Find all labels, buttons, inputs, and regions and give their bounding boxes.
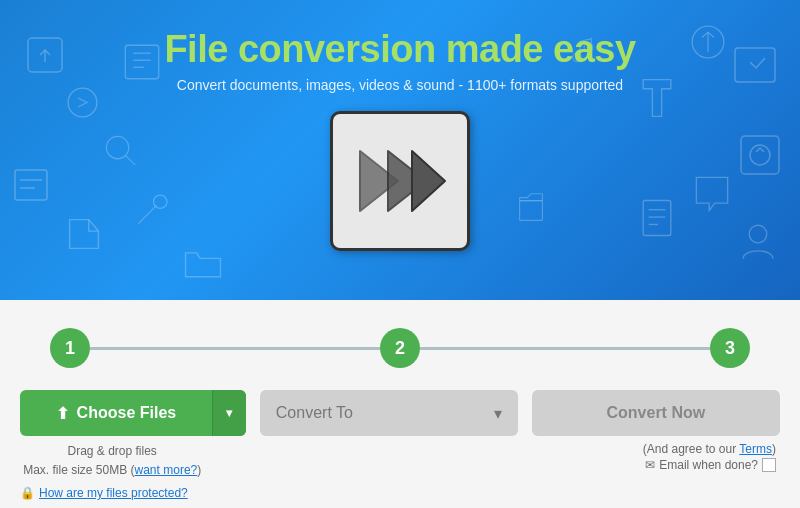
choose-files-label: Choose Files [77,404,177,422]
hero-title: File conversion made easy [164,28,635,71]
step-2-number: 2 [395,338,405,359]
hero-title-plain: File conversion made [164,28,553,70]
convert-now-button[interactable]: Convert Now [532,390,780,436]
step-line-2 [420,347,710,350]
hero-subtitle: Convert documents, images, videos & soun… [177,77,623,93]
svg-line-12 [138,205,156,223]
step-line-1 [90,347,380,350]
svg-line-11 [126,156,136,166]
step-1-number: 1 [65,338,75,359]
email-when-done-checkbox[interactable] [762,458,776,472]
svg-rect-17 [741,136,779,174]
terms-suffix: ) [772,442,776,456]
steps-progress-bar: 1 2 3 [50,328,750,368]
step-1-circle: 1 [50,328,90,368]
file-protection-row: 🔒 How are my files protected? [20,484,204,503]
terms-prefix: (And agree to our [643,442,740,456]
svg-rect-26 [520,201,543,221]
svg-point-10 [106,136,128,158]
svg-point-13 [154,195,167,208]
upload-icon: ⬆ [56,404,69,423]
svg-point-23 [749,225,767,243]
action-buttons-row: ⬆ Choose Files ▾ Convert To ▾ Convert No… [20,390,780,436]
svg-marker-29 [412,151,445,211]
max-size-text: Max. file size 50MB (want more?) [20,461,204,480]
svg-point-18 [750,145,770,165]
convert-now-label: Convert Now [606,404,705,422]
hero-title-emphasis: easy [553,28,636,70]
terms-email-info: (And agree to our Terms) ✉ Email when do… [389,442,780,472]
file-protection-link[interactable]: How are my files protected? [39,484,188,503]
svg-rect-14 [735,48,775,82]
choose-files-dropdown-button[interactable]: ▾ [212,390,246,436]
convert-to-chevron-icon: ▾ [494,404,502,423]
drag-drop-info: Drag & drop files Max. file size 50MB (w… [20,442,204,504]
choose-files-chevron-icon: ▾ [226,406,232,420]
step-2-circle: 2 [380,328,420,368]
convert-to-button[interactable]: Convert To ▾ [260,390,518,436]
email-when-done-row: ✉ Email when done? [645,458,776,472]
drag-drop-text: Drag & drop files [20,442,204,461]
terms-link[interactable]: Terms [739,442,772,456]
svg-point-2 [68,88,97,117]
fast-forward-icon [350,136,450,226]
max-size-label: Max. file size 50MB ( [23,463,134,477]
step-3-circle: 3 [710,328,750,368]
hero-section: File conversion made easy Convert docume… [0,0,800,300]
bottom-section: 1 2 3 ⬆ Choose Files ▾ Convert To ▾ [0,300,800,508]
svg-rect-0 [28,38,62,72]
choose-files-button-main[interactable]: ⬆ Choose Files [20,390,212,436]
info-row: Drag & drop files Max. file size 50MB (w… [20,442,780,504]
max-size-close: ) [197,463,201,477]
email-icon: ✉ [645,458,655,472]
convert-to-label: Convert To [276,404,353,422]
hero-logo [330,111,470,251]
step-3-number: 3 [725,338,735,359]
choose-files-button[interactable]: ⬆ Choose Files ▾ [20,390,246,436]
svg-rect-19 [643,201,671,236]
terms-line: (And agree to our Terms) [643,442,776,456]
logo-box [330,111,470,251]
svg-rect-6 [125,45,158,78]
lock-icon: 🔒 [20,484,35,503]
want-more-link[interactable]: want more? [135,463,198,477]
svg-rect-3 [15,170,47,200]
svg-point-15 [692,26,724,58]
email-when-done-label: Email when done? [659,458,758,472]
